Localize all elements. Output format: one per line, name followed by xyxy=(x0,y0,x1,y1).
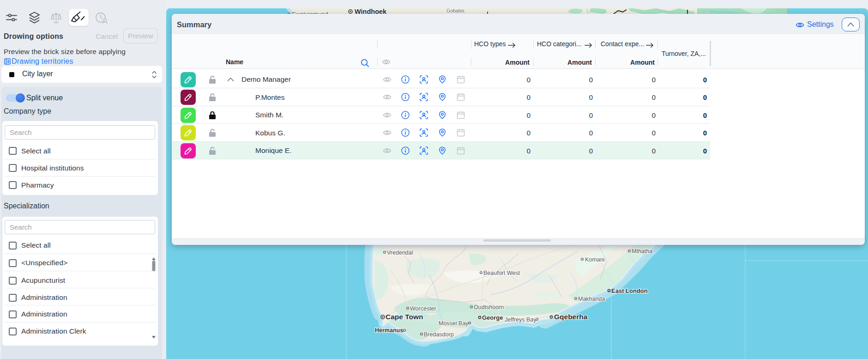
svg-text:Bredasdorp: Bredasdorp xyxy=(424,331,454,338)
svg-text:Komani: Komani xyxy=(585,256,604,263)
svg-text:Mthatha: Mthatha xyxy=(632,248,652,255)
svg-text:Beaufort West: Beaufort West xyxy=(483,270,520,276)
svg-text:East London: East London xyxy=(611,287,648,294)
svg-text:George: George xyxy=(482,314,503,321)
svg-text:Oudtshoorn: Oudtshoorn xyxy=(474,304,504,310)
svg-text:Worcester: Worcester xyxy=(410,305,436,312)
svg-text:Gqeberha: Gqeberha xyxy=(554,313,588,321)
svg-text:Makhanda: Makhanda xyxy=(578,296,605,302)
svg-text:Jeffreys Bay: Jeffreys Bay xyxy=(505,316,536,323)
svg-text:Mossel Bay: Mossel Bay xyxy=(439,320,469,327)
svg-text:Gobabis: Gobabis xyxy=(446,8,464,13)
svg-text:Vredendal: Vredendal xyxy=(387,249,413,256)
svg-text:Cape Town: Cape Town xyxy=(386,313,423,321)
svg-text:Hermanus: Hermanus xyxy=(375,327,403,334)
